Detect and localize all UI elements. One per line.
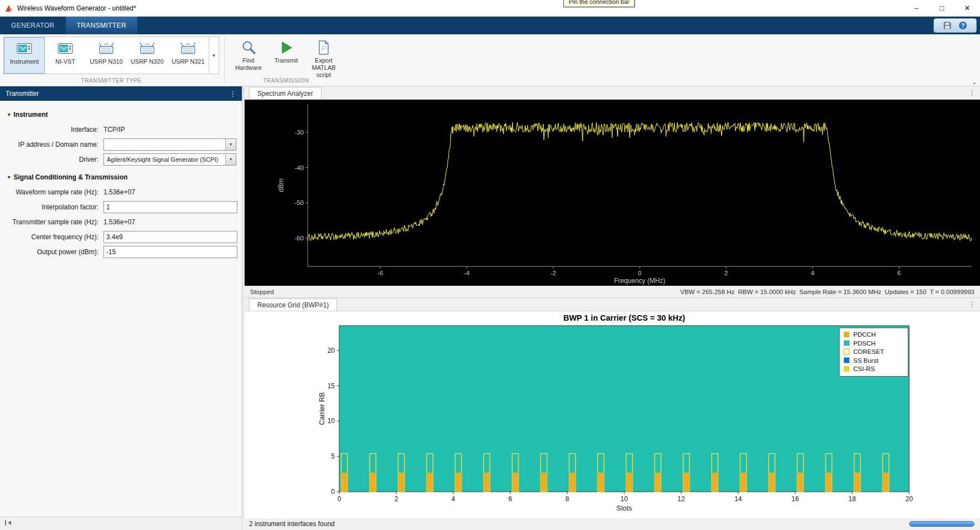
transmit-label: Transmit (274, 57, 298, 64)
spectrum-plot: -6-4-20246-30-40-50-60Frequency (MHz)dBm (245, 100, 980, 286)
svg-text:10: 10 (328, 417, 335, 425)
instrument-section-title: Instrument (14, 111, 48, 119)
svg-text:PDCCH: PDCCH (853, 331, 876, 338)
gallery-item-usrp-n321[interactable]: USRP N321 (168, 37, 209, 74)
svg-text:18: 18 (848, 495, 856, 503)
instrument-icon (56, 42, 74, 56)
svg-text:8: 8 (566, 495, 569, 503)
row-center-frequency-hz: Center frequency (Hz): (0, 229, 242, 244)
chevron-down-icon[interactable]: ▾ (225, 154, 236, 165)
svg-text:20: 20 (328, 347, 335, 354)
signal-rows: Waveform sample rate (Hz):1.536e+07Inter… (0, 184, 242, 259)
gallery-item-label: USRP N321 (172, 58, 205, 65)
svg-text:-2: -2 (551, 270, 556, 276)
window-controls: – □ ✕ (904, 0, 980, 16)
script-document-icon (315, 39, 332, 56)
export-script-button[interactable]: Export MATLAB script (305, 37, 342, 74)
progress-bar (909, 521, 974, 527)
instrument-section-header[interactable]: ▾ Instrument (0, 107, 242, 122)
signal-section-header[interactable]: ▾ Signal Conditioning & Transmission (0, 170, 242, 184)
svg-text:16: 16 (791, 495, 799, 503)
collapse-arrow-icon: ▾ (8, 174, 11, 180)
gallery-item-label: USRP N320 (131, 58, 164, 65)
help-icon[interactable]: ? (958, 21, 968, 30)
usrp-icon (179, 42, 197, 56)
tab-spectrum-analyzer[interactable]: Spectrum Analyzer (249, 87, 322, 99)
gallery-dropdown-button[interactable]: ▾ (209, 37, 219, 74)
svg-text:2: 2 (724, 270, 728, 276)
transmit-button[interactable]: Transmit (268, 37, 304, 74)
ip-address-combobox[interactable]: ▾ (103, 138, 236, 151)
transmitter-panel-body: ▾ Instrument Interface: TCP/IP IP addres… (0, 101, 242, 517)
svg-text:10: 10 (620, 495, 628, 503)
section-label-transmitter-type: TRANSMITTER TYPE (3, 78, 219, 86)
svg-text:-30: -30 (294, 129, 304, 136)
driver-combobox[interactable]: Agilent/Keysight Signal Generator (SCPI)… (103, 153, 236, 166)
status-bar: 2 instrument interfaces found (0, 517, 980, 530)
app-window: { "window": { "title": "Wireless Wavefor… (0, 0, 980, 530)
kebab-icon[interactable]: ⋮ (968, 300, 976, 308)
transmitter-panel: Transmitter ⋮ ▾ Instrument Interface: TC… (0, 86, 242, 517)
spectrum-status: Stopped (250, 289, 274, 295)
svg-text:6: 6 (509, 495, 512, 503)
svg-text:Carrier RB: Carrier RB (318, 392, 326, 425)
chevron-down-icon[interactable]: ▾ (225, 139, 236, 150)
instrument-icon (15, 42, 33, 56)
ribbon-tabstrip: GENERATORTRANSMITTER ? (0, 17, 980, 34)
svg-text:6: 6 (898, 270, 901, 276)
gallery-item-usrp-n320[interactable]: USRP N320 (127, 37, 168, 74)
collapse-arrow-icon: ▾ (8, 112, 11, 117)
interface-row: Interface: TCP/IP (0, 122, 242, 137)
svg-text:PDSCH: PDSCH (853, 340, 875, 347)
panel-kebab-icon[interactable]: ⋮ (229, 90, 236, 98)
interpolation-factor-field[interactable] (103, 201, 237, 213)
row-interpolation-factor: Interpolation factor: (0, 199, 242, 214)
svg-text:Frequency (MHz): Frequency (MHz) (614, 277, 666, 285)
transmitter-sample-rate-hz-label: Transmitter sample rate (Hz): (0, 218, 103, 226)
app-icon (4, 4, 13, 13)
svg-text:0: 0 (338, 495, 341, 503)
svg-text:5: 5 (331, 452, 335, 460)
visualization-column: Spectrum Analyzer ⋮ -6-4-20246-30-40-50-… (245, 86, 980, 517)
svg-text:SS Burst: SS Burst (853, 357, 879, 364)
gallery-item-label: Instrument (10, 58, 39, 65)
ribbon-tab-generator[interactable]: GENERATOR (0, 17, 66, 34)
find-hardware-button[interactable]: Find Hardware (230, 37, 267, 74)
center-frequency-hz-field[interactable] (103, 231, 237, 243)
svg-text:Slots: Slots (616, 505, 632, 512)
waveform-sample-rate-hz-value: 1.536e+07 (103, 188, 135, 196)
svg-text:?: ? (961, 23, 965, 29)
toolstrip: InstrumentNI-VSTUSRP N310USRP N320USRP N… (0, 34, 980, 86)
close-button[interactable]: ✕ (955, 0, 980, 16)
save-icon[interactable] (943, 21, 952, 30)
svg-text:0: 0 (331, 488, 335, 496)
toolstrip-collapse-icon[interactable]: ▴ (973, 80, 976, 85)
svg-text:CORESET: CORESET (853, 348, 884, 355)
panel-title: Transmitter (6, 90, 39, 97)
gallery-item-ni-vst[interactable]: NI-VST (45, 37, 86, 74)
svg-text:0: 0 (638, 270, 641, 276)
spectrum-svg: -6-4-20246-30-40-50-60Frequency (MHz)dBm (245, 100, 980, 286)
maximize-button[interactable]: □ (929, 0, 955, 16)
interface-label: Interface: (0, 126, 103, 133)
row-waveform-sample-rate-hz: Waveform sample rate (Hz):1.536e+07 (0, 184, 242, 199)
svg-text:-60: -60 (294, 235, 304, 241)
tab-resource-grid[interactable]: Resource Grid (BWP#1) (249, 299, 337, 311)
ribbon-tab-transmitter[interactable]: TRANSMITTER (66, 17, 138, 34)
svg-text:14: 14 (734, 495, 742, 503)
output-power-dbm-label: Output power (dBm): (0, 248, 103, 256)
gallery-items: InstrumentNI-VSTUSRP N310USRP N320USRP N… (4, 37, 209, 74)
resource-grid-svg: BWP 1 in Carrier (SCS = 30 kHz)024681012… (245, 311, 980, 517)
svg-text:4: 4 (452, 495, 455, 503)
transmitter-type-gallery: InstrumentNI-VSTUSRP N310USRP N320USRP N… (3, 37, 219, 74)
collapse-panel-icon[interactable] (4, 519, 12, 528)
minimize-button[interactable]: – (904, 0, 929, 16)
window-title: Wireless Waveform Generator - untitled* (17, 4, 136, 12)
gallery-item-usrp-n310[interactable]: USRP N310 (86, 37, 127, 74)
toolstrip-separator (224, 37, 225, 83)
gallery-item-instrument[interactable]: Instrument (4, 37, 45, 74)
kebab-icon[interactable]: ⋮ (968, 89, 976, 97)
output-power-dbm-field[interactable] (103, 246, 237, 258)
usrp-icon (138, 42, 156, 56)
center-frequency-hz-label: Center frequency (Hz): (0, 233, 103, 241)
